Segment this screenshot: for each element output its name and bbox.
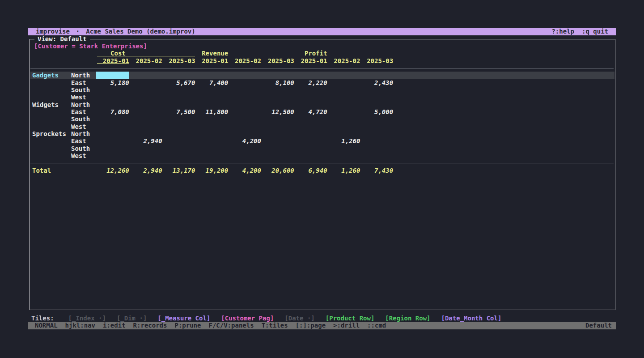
data-cell[interactable] [162, 86, 195, 94]
data-cell[interactable]: 7,080 [96, 108, 129, 115]
row-label-product[interactable] [30, 86, 71, 94]
data-cell[interactable] [129, 145, 162, 152]
data-cell[interactable] [96, 152, 129, 159]
data-cell[interactable] [294, 152, 327, 159]
column-header-month[interactable]: 2025-02 [228, 57, 261, 64]
data-cell[interactable] [162, 101, 195, 108]
data-cell[interactable] [162, 152, 195, 159]
data-cell[interactable] [327, 101, 360, 108]
data-cell[interactable] [228, 108, 261, 115]
row-label-region[interactable]: West [71, 123, 96, 130]
row-label-region[interactable]: East [71, 137, 96, 145]
data-cell[interactable] [327, 108, 360, 115]
data-cell[interactable] [327, 86, 360, 94]
row-label-product[interactable]: Sprockets [30, 130, 71, 137]
data-cell[interactable] [129, 115, 162, 123]
row-label-product[interactable] [30, 108, 71, 115]
data-cell[interactable] [96, 123, 129, 130]
data-cell[interactable] [360, 137, 393, 145]
data-cell[interactable]: 5,000 [360, 108, 393, 115]
data-cell[interactable] [228, 94, 261, 101]
column-header-month[interactable]: 2025-02 [129, 57, 162, 64]
data-cell[interactable] [195, 152, 228, 159]
data-cell[interactable] [162, 145, 195, 152]
data-cell[interactable] [294, 72, 327, 79]
data-cell[interactable] [129, 79, 162, 86]
data-cell[interactable]: 1,260 [327, 137, 360, 145]
row-label-region[interactable]: East [71, 108, 96, 115]
measure-group-profit[interactable]: Profit [294, 50, 393, 57]
row-label-product[interactable] [30, 137, 71, 145]
data-cell[interactable] [195, 130, 228, 137]
data-cell[interactable] [294, 94, 327, 101]
data-cell[interactable] [261, 86, 294, 94]
row-label-product[interactable] [30, 145, 71, 152]
data-cell[interactable] [327, 130, 360, 137]
data-cell[interactable]: 8,100 [261, 79, 294, 86]
data-cell[interactable] [360, 94, 393, 101]
column-header-month[interactable]: 2025-03 [261, 57, 294, 64]
data-cell[interactable]: 2,430 [360, 79, 393, 86]
data-cell[interactable] [195, 94, 228, 101]
data-cell[interactable] [195, 123, 228, 130]
data-cell[interactable] [162, 123, 195, 130]
data-cell[interactable] [162, 137, 195, 145]
data-cell[interactable] [228, 72, 261, 79]
data-cell[interactable] [195, 86, 228, 94]
data-cell[interactable] [294, 115, 327, 123]
row-label-product[interactable]: Widgets [30, 101, 71, 108]
data-cell[interactable] [360, 72, 393, 79]
row-label-product[interactable] [30, 115, 71, 123]
data-cell[interactable] [294, 130, 327, 137]
tile-region-row[interactable]: [Region Row] [385, 315, 430, 322]
column-header-month[interactable]: 2025-03 [162, 57, 195, 64]
data-cell[interactable]: 5,670 [162, 79, 195, 86]
data-cell[interactable] [129, 86, 162, 94]
data-cell[interactable] [261, 123, 294, 130]
row-label-product[interactable] [30, 79, 71, 86]
data-cell[interactable]: 7,500 [162, 108, 195, 115]
data-cell[interactable] [195, 137, 228, 145]
data-cell[interactable] [129, 130, 162, 137]
tile-product-row[interactable]: [Product Row] [326, 315, 375, 322]
data-cell[interactable] [195, 115, 228, 123]
data-cell[interactable] [96, 130, 129, 137]
data-cell[interactable] [327, 94, 360, 101]
data-cell[interactable] [360, 123, 393, 130]
row-label-region[interactable]: South [71, 145, 96, 152]
column-header-month[interactable]: 2025-02 [327, 57, 360, 64]
data-cell[interactable] [96, 137, 129, 145]
data-cell[interactable] [261, 115, 294, 123]
data-cell[interactable]: 11,800 [195, 108, 228, 115]
data-cell[interactable]: 4,200 [228, 137, 261, 145]
row-label-region[interactable]: West [71, 152, 96, 159]
data-cell[interactable] [294, 86, 327, 94]
data-cell[interactable]: 4,720 [294, 108, 327, 115]
row-label-region[interactable]: North [71, 72, 96, 79]
column-header-month[interactable]: 2025-01 [195, 57, 228, 64]
data-cell[interactable] [228, 130, 261, 137]
data-cell[interactable] [129, 152, 162, 159]
data-cell[interactable] [228, 86, 261, 94]
data-cell[interactable] [327, 152, 360, 159]
data-cell[interactable] [294, 137, 327, 145]
row-label-product[interactable]: Gadgets [30, 72, 71, 79]
data-cell[interactable] [162, 130, 195, 137]
data-cell[interactable] [195, 145, 228, 152]
data-cell[interactable] [261, 94, 294, 101]
data-cell[interactable]: 2,940 [129, 137, 162, 145]
data-cell[interactable] [327, 123, 360, 130]
tile-measure-col[interactable]: [_Measure Col] [157, 315, 210, 322]
data-cell[interactable] [294, 145, 327, 152]
data-cell[interactable]: 7,400 [195, 79, 228, 86]
data-cell[interactable] [360, 145, 393, 152]
data-cell[interactable] [195, 101, 228, 108]
column-header-month[interactable]: 2025-01 [294, 57, 327, 64]
row-label-product[interactable] [30, 94, 71, 101]
data-cell[interactable] [360, 152, 393, 159]
selected-cell[interactable] [96, 72, 129, 79]
tile-datemonth-col[interactable]: [Date_Month Col] [441, 315, 502, 322]
data-cell[interactable] [129, 108, 162, 115]
data-cell[interactable] [294, 123, 327, 130]
data-cell[interactable] [96, 145, 129, 152]
